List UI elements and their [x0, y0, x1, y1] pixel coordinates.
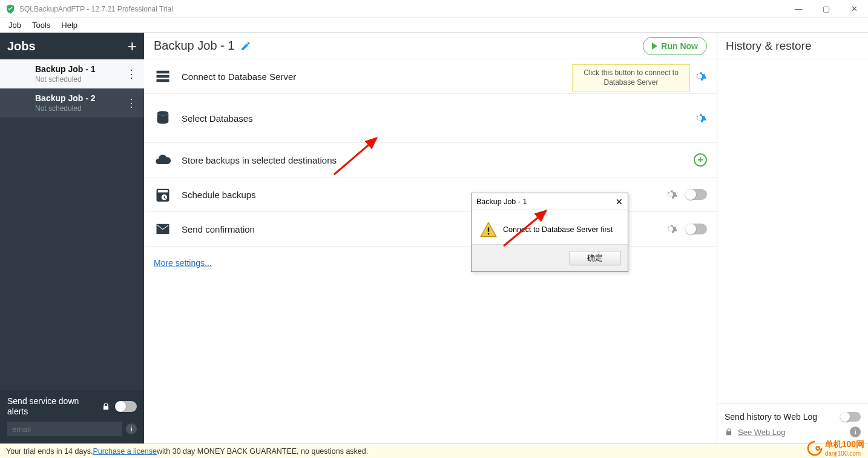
annotation-arrow-1: [328, 132, 389, 181]
close-button[interactable]: ✕: [840, 0, 868, 18]
warning-icon: [480, 221, 497, 238]
step-schedule[interactable]: Schedule backups: [144, 178, 717, 212]
purchase-license-link[interactable]: Purchase a license: [93, 447, 157, 456]
right-title: History & restore: [726, 39, 811, 53]
menubar: Job Tools Help: [0, 18, 868, 33]
cloud-icon: [154, 151, 172, 168]
database-icon: [154, 110, 172, 127]
annotation-arrow-2: [498, 204, 558, 252]
step-label: Select Databases: [182, 113, 253, 124]
svg-point-0: [157, 111, 169, 115]
calendar-clock-icon: [154, 186, 172, 203]
sidebar-header: Jobs +: [0, 33, 144, 59]
server-icon: [154, 68, 172, 85]
add-job-button[interactable]: +: [128, 37, 137, 56]
sidebar: Jobs + Backup Job - 1 Not scheduled ⋮ Ba…: [0, 33, 144, 443]
add-destination-icon[interactable]: +: [694, 153, 707, 167]
sidebar-title: Jobs: [7, 39, 36, 53]
lock-icon: [725, 428, 733, 436]
job-status: Not scheduled: [35, 75, 137, 84]
sidebar-bottom: Send service down alerts i: [0, 390, 144, 443]
window-controls: — ▢ ✕: [784, 0, 868, 18]
step-label: Send confirmation: [182, 224, 255, 234]
info-icon[interactable]: i: [126, 423, 137, 434]
job-item-1[interactable]: Backup Job - 1 Not scheduled ⋮: [0, 59, 144, 88]
step-connect[interactable]: Connect to Database Server Click this bu…: [144, 59, 717, 94]
play-icon: [652, 42, 657, 50]
step-store[interactable]: Store backups in selected destinations +: [144, 143, 717, 178]
maximize-button[interactable]: ▢: [812, 0, 840, 18]
job-item-2[interactable]: Backup Job - 2 Not scheduled ⋮: [0, 88, 144, 118]
job-title: Backup Job - 1: [154, 39, 234, 53]
watermark-logo-icon: [807, 440, 823, 456]
right-column: History & restore Send history to Web Lo…: [717, 33, 868, 443]
app-shield-icon: [5, 4, 16, 15]
run-now-label: Run Now: [661, 41, 698, 51]
alerts-toggle[interactable]: [115, 401, 137, 412]
job-name: Backup Job - 2: [35, 93, 137, 103]
step-label: Connect to Database Server: [182, 71, 296, 82]
watermark-text-2: danji100.com: [825, 450, 864, 457]
trial-text-2: with 30 day MONEY BACK GUARANTEE, no que…: [157, 447, 368, 456]
app-body: Jobs + Backup Job - 1 Not scheduled ⋮ Ba…: [0, 33, 868, 443]
schedule-toggle[interactable]: [685, 189, 707, 200]
weblog-label: Send history to Web Log: [725, 412, 817, 422]
edit-icon[interactable]: [240, 41, 251, 51]
svg-line-2: [504, 211, 546, 246]
job-status: Not scheduled: [35, 104, 137, 113]
more-settings-link[interactable]: More settings...: [154, 258, 212, 268]
run-now-button[interactable]: Run Now: [643, 37, 707, 55]
svg-line-1: [334, 138, 376, 174]
job-name: Backup Job - 1: [35, 64, 137, 74]
confirm-toggle[interactable]: [685, 224, 707, 234]
gear-icon[interactable]: [663, 187, 678, 202]
lock-icon: [102, 402, 110, 411]
svg-point-7: [817, 447, 818, 449]
svg-rect-3: [488, 228, 489, 232]
titlebar: SQLBackupAndFTP - 12.7.21 Professional T…: [0, 0, 868, 18]
menu-help[interactable]: Help: [56, 19, 82, 31]
step-label: Schedule backups: [182, 190, 256, 200]
step-label: Store backups in selected destinations: [182, 155, 337, 165]
email-input[interactable]: [7, 422, 122, 436]
main-column: Backup Job - 1 Run Now Connect to Databa…: [144, 33, 717, 443]
alerts-label: Send service down alerts: [7, 396, 86, 417]
step-select[interactable]: Select Databases: [144, 94, 717, 143]
info-icon[interactable]: i: [850, 426, 861, 437]
see-weblog-link[interactable]: See Web Log: [738, 428, 786, 437]
main-header: Backup Job - 1 Run Now: [144, 33, 717, 59]
svg-rect-4: [488, 233, 489, 234]
right-header: History & restore: [717, 33, 868, 59]
menu-job[interactable]: Job: [4, 19, 26, 31]
minimize-button[interactable]: —: [784, 0, 812, 18]
window-title: SQLBackupAndFTP - 12.7.21 Professional T…: [19, 5, 173, 13]
right-bottom: Send history to Web Log See Web Log i: [717, 403, 868, 443]
step-confirm[interactable]: Send confirmation: [144, 212, 717, 247]
menu-tools[interactable]: Tools: [27, 19, 55, 31]
trial-text-1: Your trial ends in 14 days.: [6, 447, 93, 456]
watermark-text-1: 单机100网: [825, 439, 864, 450]
job-menu-icon[interactable]: ⋮: [126, 67, 136, 81]
gear-icon[interactable]: [692, 69, 707, 84]
connect-tooltip: Click this button to connect to Database…: [572, 64, 690, 91]
step-list: Connect to Database Server Click this bu…: [144, 59, 717, 247]
gear-icon[interactable]: [663, 222, 678, 236]
watermark: 单机100网 danji100.com: [807, 439, 864, 457]
gear-icon[interactable]: [692, 111, 707, 125]
dialog-close-icon[interactable]: ✕: [616, 197, 623, 207]
dialog-ok-button[interactable]: 确定: [570, 251, 620, 265]
more-settings: More settings...: [144, 247, 717, 279]
mail-icon: [154, 221, 172, 237]
trial-bottom-bar: Your trial ends in 14 days. Purchase a l…: [0, 443, 868, 458]
job-menu-icon[interactable]: ⋮: [126, 96, 136, 110]
weblog-toggle[interactable]: [840, 412, 861, 422]
